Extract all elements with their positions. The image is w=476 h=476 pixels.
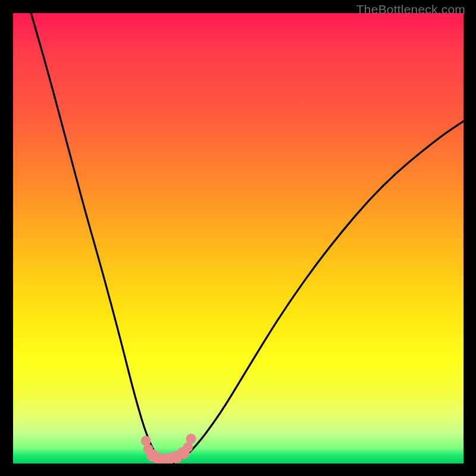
watermark-text: TheBottleneck.com: [356, 2, 465, 17]
chart-frame: TheBottleneck.com: [0, 0, 476, 476]
plot-area: [13, 13, 464, 464]
curve-layer: [13, 13, 464, 464]
min-cluster-dot: [186, 434, 196, 444]
min-cluster: [141, 434, 196, 464]
bottleneck-curve: [31, 13, 464, 464]
